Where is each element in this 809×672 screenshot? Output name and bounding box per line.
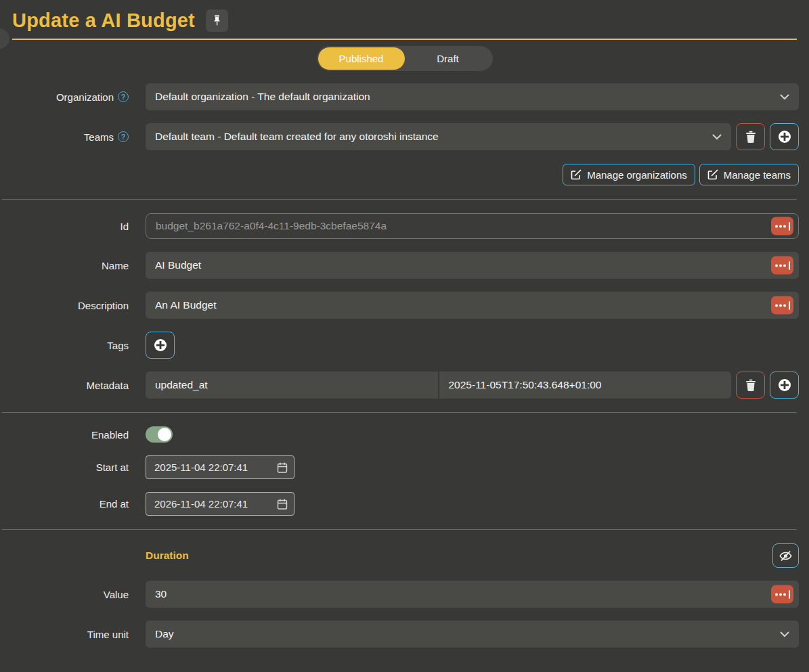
pin-button[interactable] [206, 9, 228, 32]
enabled-label: Enabled [0, 429, 129, 441]
id-label: Id [0, 221, 129, 232]
manage-teams-button[interactable]: Manage teams [699, 164, 799, 185]
teams-select-value: Default team - Default team created for … [155, 131, 439, 143]
value-label: Value [0, 589, 129, 600]
trash-icon [745, 379, 756, 391]
metadata-key-input[interactable] [146, 372, 439, 399]
id-expression-button[interactable] [771, 217, 793, 236]
time-unit-label: Time unit [0, 629, 129, 640]
time-unit-row: Time unit Day [0, 621, 799, 648]
ellipsis-cursor-icon [775, 225, 778, 227]
published-tab[interactable]: Published [318, 47, 405, 70]
time-unit-select[interactable]: Day [146, 621, 799, 648]
add-tag-button[interactable] [146, 332, 175, 359]
ellipsis-cursor-icon [775, 304, 778, 307]
ellipsis-cursor-icon [775, 593, 778, 596]
help-icon[interactable]: ? [118, 131, 129, 142]
trash-icon [745, 131, 756, 143]
teams-label: Teams ? [0, 131, 129, 143]
help-icon[interactable]: ? [118, 91, 129, 102]
section-divider [2, 529, 797, 530]
toggle-knob [158, 428, 171, 441]
eye-slash-icon [779, 551, 792, 561]
draft-tab[interactable]: Draft [405, 47, 491, 70]
id-input[interactable] [146, 213, 799, 239]
manage-organizations-button[interactable]: Manage organizations [563, 164, 695, 185]
description-expression-button[interactable] [771, 296, 793, 315]
enabled-row: Enabled [0, 426, 799, 443]
section-divider [2, 199, 797, 200]
pushpin-icon [212, 15, 222, 26]
teams-select[interactable]: Default team - Default team created for … [146, 123, 731, 150]
edit-icon [571, 169, 582, 180]
edit-icon [707, 169, 718, 180]
name-label: Name [0, 260, 129, 271]
start-at-input[interactable] [146, 455, 294, 479]
end-at-label: End at [0, 498, 129, 510]
update-ai-budget-page: Update a AI Budget Published Draft [0, 0, 809, 672]
duration-section-row: Duration [0, 543, 799, 568]
end-at-input[interactable] [146, 492, 294, 516]
plus-circle-icon [154, 338, 167, 352]
title-underline [12, 39, 797, 40]
value-input[interactable] [146, 581, 799, 608]
end-at-row: End at [0, 492, 799, 516]
metadata-value-input[interactable] [439, 372, 732, 399]
calendar-icon[interactable] [277, 498, 288, 510]
teams-row: Teams ? Default team - Default team crea… [0, 123, 799, 150]
metadata-label: Metadata [0, 380, 129, 391]
chevron-down-icon [780, 628, 789, 640]
remove-metadata-button[interactable] [736, 372, 765, 399]
enabled-toggle[interactable] [146, 426, 173, 443]
remove-team-button[interactable] [736, 123, 765, 150]
duration-section-title: Duration [146, 550, 189, 562]
add-metadata-button[interactable] [770, 372, 799, 399]
name-row: Name [0, 252, 799, 279]
ellipsis-cursor-icon [775, 264, 778, 267]
plus-circle-icon [778, 378, 791, 392]
name-input[interactable] [146, 252, 799, 279]
start-at-label: Start at [0, 462, 129, 473]
metadata-row: Metadata [0, 372, 799, 399]
description-input[interactable] [146, 292, 799, 319]
time-unit-select-value: Day [155, 628, 174, 640]
chevron-down-icon [780, 91, 789, 103]
id-row: Id [0, 213, 799, 239]
add-team-button[interactable] [770, 123, 799, 150]
tags-row: Tags [0, 332, 799, 359]
hide-section-button[interactable] [772, 543, 799, 568]
organization-label: Organization ? [0, 91, 129, 103]
chevron-down-icon [712, 131, 722, 143]
plus-circle-icon [778, 130, 791, 143]
publish-state-toggle: Published Draft [317, 46, 493, 71]
page-header: Update a AI Budget [0, 0, 809, 40]
organization-select-value: Default organization - The default organ… [155, 91, 370, 103]
page-title: Update a AI Budget [12, 9, 195, 32]
calendar-icon[interactable] [277, 462, 288, 473]
description-row: Description [0, 292, 799, 319]
description-label: Description [0, 300, 129, 311]
organization-select[interactable]: Default organization - The default organ… [146, 83, 799, 110]
start-at-row: Start at [0, 455, 799, 479]
section-divider [2, 412, 797, 413]
tags-label: Tags [0, 340, 129, 351]
value-row: Value [0, 581, 799, 608]
value-expression-button[interactable] [771, 585, 793, 604]
organization-row: Organization ? Default organization - Th… [0, 83, 799, 110]
manage-buttons-row: Manage organizations Manage teams [0, 164, 799, 185]
name-expression-button[interactable] [771, 256, 793, 275]
